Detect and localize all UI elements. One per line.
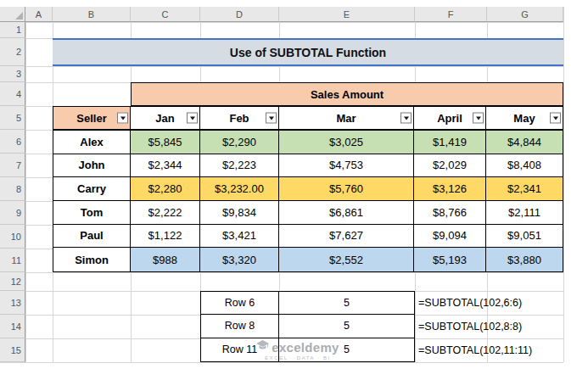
cell-feb-carry[interactable]: $3,232.00: [200, 177, 279, 201]
cell-feb-tom[interactable]: $9,834: [200, 201, 279, 225]
cell-april-alex[interactable]: $1,419: [414, 131, 486, 154]
cell-mar-tom[interactable]: $6,861: [279, 201, 414, 225]
row-header-4[interactable]: 4: [0, 82, 25, 106]
row-header-7[interactable]: 7: [0, 154, 25, 177]
cell-month-jan[interactable]: Jan: [131, 107, 200, 129]
excel-worksheet: Use of SUBTOTAL Function Sales Amount Se…: [0, 0, 588, 380]
table-header-row: Seller Jan Feb Mar April May: [53, 106, 563, 130]
column-header-b[interactable]: B: [53, 7, 131, 22]
cell-row11-value[interactable]: 5: [279, 338, 414, 361]
cell-may-paul[interactable]: $9,051: [486, 225, 563, 249]
cell-month-mar[interactable]: Mar: [279, 107, 414, 129]
cell-formula-row8[interactable]: =SUBTOTAL(102,8:8): [418, 315, 585, 338]
row-header-14[interactable]: 14: [0, 315, 25, 338]
column-header-f[interactable]: F: [415, 7, 487, 22]
column-header-c[interactable]: C: [131, 7, 200, 22]
row-header-2[interactable]: 2: [0, 38, 25, 66]
month-label-feb: Feb: [229, 112, 249, 125]
row-header-6[interactable]: 6: [0, 130, 25, 154]
sales-data-table: Alex$5,845$2,290$3,025$1,419$4,844John$2…: [53, 130, 563, 272]
sales-amount-header[interactable]: Sales Amount: [131, 82, 563, 106]
cell-jan-paul[interactable]: $1,122: [131, 225, 200, 249]
cell-seller-john[interactable]: John: [53, 154, 131, 178]
cell-row8-value[interactable]: 5: [279, 315, 414, 338]
filter-dropdown-seller[interactable]: [117, 113, 128, 124]
select-all-button[interactable]: [0, 7, 25, 22]
filter-dropdown-mar[interactable]: [400, 113, 412, 124]
cell-seller-simon[interactable]: Simon: [53, 248, 131, 271]
row-header-10[interactable]: 10: [0, 225, 25, 249]
cell-feb-john[interactable]: $2,223: [200, 154, 279, 178]
filter-dropdown-april[interactable]: [473, 113, 484, 124]
cell-april-paul[interactable]: $9,094: [414, 225, 486, 249]
row-header-11[interactable]: 11: [0, 249, 25, 272]
cell-mar-carry[interactable]: $5,760: [279, 177, 414, 201]
chevron-down-icon: [553, 116, 558, 120]
cell-seller-carry[interactable]: Carry: [53, 177, 131, 201]
cell-seller-paul[interactable]: Paul: [53, 225, 131, 249]
cell-jan-carry[interactable]: $2,280: [131, 177, 200, 201]
row-header-3[interactable]: 3: [0, 66, 25, 82]
cell-month-may[interactable]: May: [486, 107, 563, 129]
month-label-mar: Mar: [336, 112, 356, 125]
cell-jan-simon[interactable]: $988: [131, 248, 200, 271]
cell-row6-value[interactable]: 5: [279, 292, 414, 315]
cell-row6-label[interactable]: Row 6: [201, 292, 279, 315]
column-header-d[interactable]: D: [200, 7, 279, 22]
cell-seller-alex[interactable]: Alex: [53, 131, 131, 154]
cell-formula-row11[interactable]: =SUBTOTAL(102,11:11): [418, 338, 585, 362]
cell-may-simon[interactable]: $3,880: [486, 248, 563, 271]
filter-dropdown-jan[interactable]: [187, 113, 198, 124]
cell-april-simon[interactable]: $5,193: [414, 248, 486, 271]
cell-may-alex[interactable]: $4,844: [486, 131, 563, 154]
row-header-13[interactable]: 13: [0, 291, 25, 315]
cell-may-tom[interactable]: $2,111: [486, 201, 563, 225]
cell-month-april[interactable]: April: [414, 107, 486, 129]
cell-feb-alex[interactable]: $2,290: [200, 131, 279, 154]
cell-row11-label[interactable]: Row 11: [201, 338, 279, 361]
cell-may-john[interactable]: $8,408: [486, 154, 563, 178]
row-header-12[interactable]: 12: [0, 272, 25, 291]
cell-april-john[interactable]: $2,029: [414, 154, 486, 178]
cell-formula-row6[interactable]: =SUBTOTAL(102,6:6): [418, 291, 585, 315]
cell-mar-alex[interactable]: $3,025: [279, 131, 414, 154]
row-header-9[interactable]: 9: [0, 201, 25, 225]
row-header-5[interactable]: 5: [0, 106, 25, 130]
select-all-triangle-icon: [15, 12, 23, 20]
column-header-a[interactable]: A: [25, 7, 53, 22]
cell-mar-paul[interactable]: $7,627: [279, 225, 414, 249]
chevron-down-icon: [120, 116, 126, 120]
cell-mar-john[interactable]: $4,753: [279, 154, 414, 178]
cell-seller-header[interactable]: Seller: [53, 107, 131, 129]
column-header-g[interactable]: G: [487, 7, 563, 22]
month-label-may: May: [513, 112, 535, 125]
page-title: Use of SUBTOTAL Function: [230, 46, 386, 59]
gridline: [0, 362, 563, 363]
cell-mar-simon[interactable]: $2,552: [279, 248, 414, 271]
subtotal-results-table: Row 6 5 Row 8 5 Row 11 5: [200, 291, 415, 362]
cell-may-carry[interactable]: $2,341: [486, 177, 563, 201]
month-label-jan: Jan: [155, 112, 174, 125]
cell-month-feb[interactable]: Feb: [200, 107, 279, 129]
chevron-down-icon: [404, 116, 409, 120]
column-header-e[interactable]: E: [279, 7, 415, 22]
cell-feb-paul[interactable]: $3,421: [200, 225, 279, 249]
month-label-april: April: [437, 112, 462, 125]
cell-row8-label[interactable]: Row 8: [201, 315, 279, 338]
cell-jan-alex[interactable]: $5,845: [131, 131, 200, 154]
cell-seller-tom[interactable]: Tom: [53, 201, 131, 225]
row-header-1[interactable]: 1: [0, 22, 25, 38]
filter-dropdown-may[interactable]: [550, 113, 561, 124]
cell-jan-tom[interactable]: $2,222: [131, 201, 200, 225]
cell-jan-john[interactable]: $2,344: [131, 154, 200, 178]
row-header-8[interactable]: 8: [0, 177, 25, 201]
cell-april-carry[interactable]: $3,126: [414, 177, 486, 201]
cell-feb-simon[interactable]: $3,320: [200, 248, 279, 271]
worksheet-grid: Use of SUBTOTAL Function Sales Amount Se…: [0, 7, 563, 362]
seller-header-label: Seller: [76, 112, 106, 125]
title-banner: Use of SUBTOTAL Function: [53, 38, 563, 66]
chevron-down-icon: [269, 116, 274, 120]
row-header-15[interactable]: 15: [0, 338, 25, 362]
filter-dropdown-feb[interactable]: [266, 113, 277, 124]
cell-april-tom[interactable]: $8,766: [414, 201, 486, 225]
